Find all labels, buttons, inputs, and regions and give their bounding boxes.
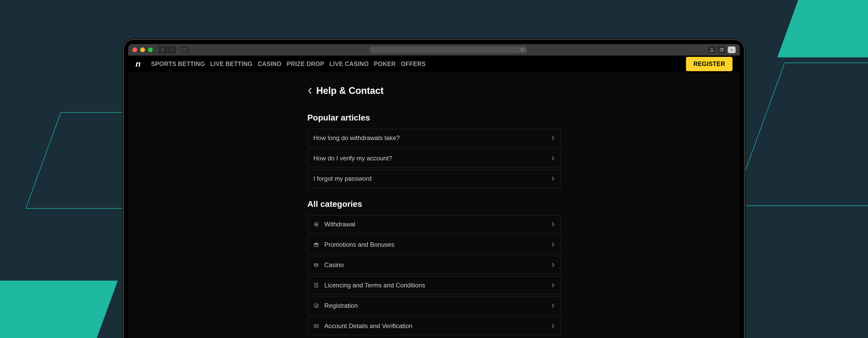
- chevron-right-icon: [552, 176, 555, 181]
- article-label: How long do withdrawals take?: [313, 134, 400, 142]
- chevron-right-icon: [552, 156, 555, 161]
- nav-prize-drop[interactable]: PRIZE DROP: [287, 61, 324, 68]
- chevron-right-icon: [552, 136, 555, 140]
- edit-icon: [313, 303, 319, 308]
- sidebar-toggle-icon[interactable]: [182, 47, 189, 53]
- main-nav: SPORTS BETTING LIVE BETTING CASINO PRIZE…: [151, 61, 426, 68]
- svg-point-5: [315, 224, 317, 225]
- popular-articles-heading: Popular articles: [307, 113, 561, 123]
- chevron-right-icon: [552, 324, 555, 328]
- category-promotions[interactable]: Promotions and Bonuses: [307, 236, 561, 254]
- bg-decoration: [777, 0, 868, 57]
- page-title: Help & Contact: [316, 85, 383, 96]
- document-icon: [313, 283, 319, 288]
- casino-icon: [313, 262, 319, 268]
- laptop-frame: n SPORTS BETTING LIVE BETTING CASINO PRI…: [123, 39, 745, 338]
- svg-rect-2: [720, 49, 722, 52]
- category-label: Account Details and Verification: [324, 323, 412, 330]
- category-label: Registration: [324, 302, 358, 309]
- chevron-right-icon: [552, 222, 555, 227]
- article-item[interactable]: I forgot my password: [307, 170, 561, 188]
- chevron-right-icon: [552, 303, 555, 308]
- category-account[interactable]: Account Details and Verification: [307, 317, 561, 335]
- reload-icon[interactable]: [521, 48, 524, 52]
- chevron-right-icon: [552, 283, 555, 288]
- window-controls: [132, 47, 153, 52]
- category-label: Casino: [324, 261, 344, 269]
- page-content: Help & Contact Popular articles How long…: [128, 72, 740, 338]
- categories-list: Withdrawal Promotions and Bonuses Casino: [307, 215, 561, 335]
- back-button[interactable]: [158, 46, 167, 54]
- nav-poker[interactable]: POKER: [374, 61, 396, 68]
- maximize-window-icon[interactable]: [148, 47, 153, 52]
- nav-live-casino[interactable]: LIVE CASINO: [330, 61, 369, 68]
- gift-icon: [313, 242, 319, 247]
- svg-rect-0: [183, 48, 187, 52]
- close-window-icon[interactable]: [132, 47, 137, 52]
- category-withdrawal[interactable]: Withdrawal: [307, 215, 561, 233]
- category-label: Promotions and Bonuses: [324, 241, 394, 248]
- nav-casino[interactable]: CASINO: [258, 61, 281, 68]
- article-label: How do I verify my account?: [313, 155, 392, 162]
- article-label: I forgot my password: [313, 175, 372, 182]
- download-icon[interactable]: [728, 46, 736, 53]
- share-icon[interactable]: [708, 46, 716, 53]
- bg-decoration: [732, 63, 868, 206]
- svg-point-17: [315, 326, 316, 327]
- site-header: n SPORTS BETTING LIVE BETTING CASINO PRI…: [128, 56, 740, 72]
- page-header: Help & Contact: [307, 85, 561, 96]
- nav-live-betting[interactable]: LIVE BETTING: [210, 61, 252, 68]
- browser-toolbar: [128, 44, 740, 56]
- forward-button[interactable]: [167, 46, 176, 54]
- category-registration[interactable]: Registration: [307, 297, 561, 315]
- category-label: Withdrawal: [324, 221, 355, 228]
- chevron-right-icon: [552, 263, 555, 267]
- category-licencing[interactable]: Licencing and Terms and Conditions: [307, 276, 561, 295]
- back-chevron-icon[interactable]: [307, 87, 312, 94]
- withdrawal-icon: [313, 222, 319, 227]
- nav-offers[interactable]: OFFERS: [401, 61, 426, 68]
- register-button[interactable]: REGISTER: [686, 57, 733, 71]
- id-icon: [313, 324, 319, 329]
- article-item[interactable]: How long do withdrawals take?: [307, 129, 561, 147]
- category-label: Licencing and Terms and Conditions: [324, 282, 425, 289]
- nav-sports-betting[interactable]: SPORTS BETTING: [151, 61, 205, 68]
- all-categories-heading: All categories: [307, 199, 561, 209]
- chevron-right-icon: [552, 242, 555, 247]
- article-item[interactable]: How do I verify my account?: [307, 149, 561, 167]
- bg-decoration: [0, 281, 118, 338]
- tabs-icon[interactable]: [718, 46, 726, 53]
- minimize-window-icon[interactable]: [140, 47, 145, 52]
- address-bar[interactable]: [370, 46, 527, 53]
- popular-articles-list: How long do withdrawals take? How do I v…: [307, 129, 561, 188]
- category-casino[interactable]: Casino: [307, 256, 561, 274]
- logo[interactable]: n: [135, 59, 141, 69]
